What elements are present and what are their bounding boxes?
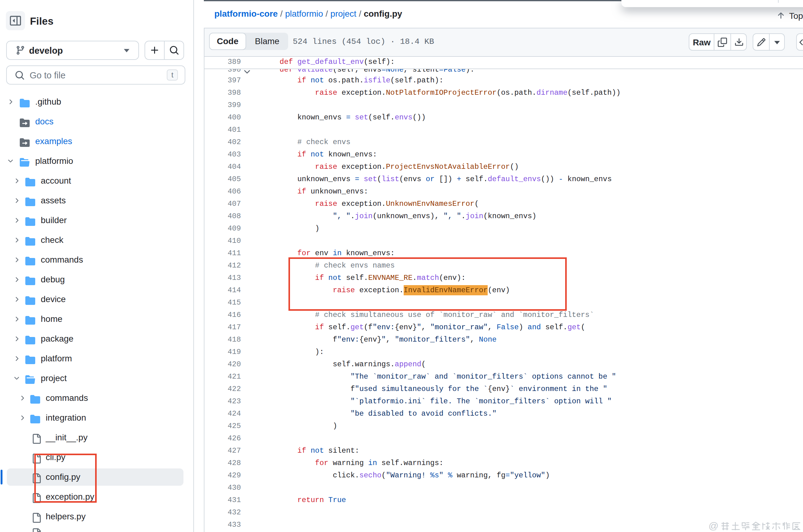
svg-text:@: @ [709,521,718,531]
